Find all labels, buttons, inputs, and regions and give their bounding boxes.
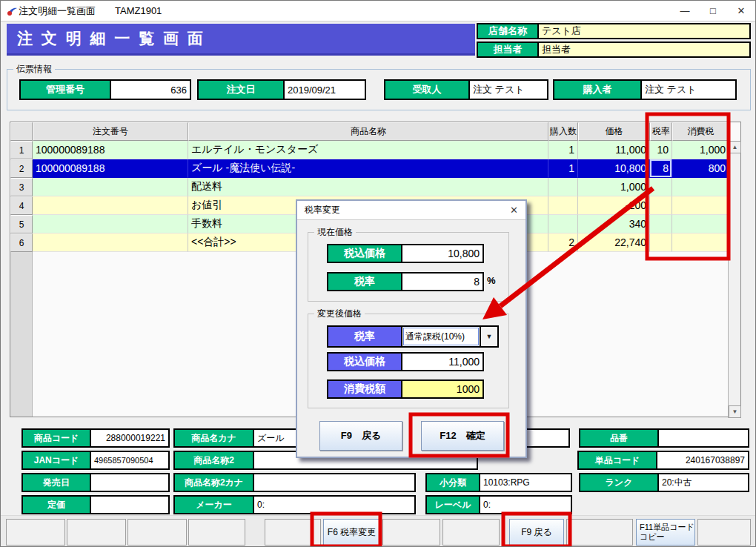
fkey-button-7[interactable] xyxy=(382,519,440,546)
staff-label: 担当者 xyxy=(478,43,539,56)
cell-rate[interactable] xyxy=(650,196,672,215)
table-row-selected[interactable]: 2 100000089188 ズール -魔法使い伝説- 1 10,800 8 8… xyxy=(10,159,729,178)
minimize-button[interactable]: — xyxy=(671,1,699,21)
maker-value[interactable]: 0: xyxy=(254,497,414,513)
cell-order-no[interactable] xyxy=(33,233,188,252)
cell-order-no[interactable] xyxy=(33,215,188,233)
current-price-value[interactable]: 10,800 xyxy=(402,245,483,262)
row-number[interactable]: 4 xyxy=(10,196,33,215)
column-header-name[interactable]: 商品名称 xyxy=(188,122,548,141)
order-date-field: 注文日 2019/09/21 xyxy=(197,79,366,100)
column-header-price[interactable]: 価格 xyxy=(578,122,650,141)
cell-price[interactable]: -200 xyxy=(578,196,650,215)
f11-label-line1: F11単品コード xyxy=(640,523,694,532)
cell-order-no[interactable]: 100000089188 xyxy=(33,159,188,178)
fkey-button-4[interactable] xyxy=(188,519,245,546)
product-code-value[interactable]: 288000019221 xyxy=(91,430,168,446)
cell-rate[interactable]: 10 xyxy=(650,141,672,159)
fkey-button-3[interactable] xyxy=(127,519,187,546)
control-number-value[interactable]: 636 xyxy=(111,81,190,99)
row-number[interactable]: 5 xyxy=(10,215,33,233)
row-number[interactable]: 2 xyxy=(10,159,33,178)
cell-price[interactable]: 22,740 xyxy=(578,233,650,252)
cell-qty[interactable]: 1 xyxy=(548,159,578,178)
jan-code-value[interactable]: 4965857090504 xyxy=(91,452,168,468)
table-row[interactable]: 3 配送料 1,000 xyxy=(10,178,729,196)
fkey-button-8[interactable] xyxy=(442,519,500,546)
unit-code-value[interactable]: 240167038897 xyxy=(657,452,748,468)
receiver-label: 受取人 xyxy=(385,81,470,99)
table-scrollbar[interactable]: ▲ ▼ xyxy=(728,141,740,418)
scroll-up-button[interactable]: ▲ xyxy=(729,141,741,153)
cell-tax[interactable] xyxy=(672,233,729,252)
fkey-button-1[interactable] xyxy=(6,519,65,546)
row-number[interactable]: 1 xyxy=(10,141,33,159)
column-header-rate[interactable]: 税率 xyxy=(650,122,672,141)
cell-price[interactable]: 11,000 xyxy=(578,141,650,159)
column-header-qty[interactable]: 購入数 xyxy=(548,122,578,141)
fkey-button-5[interactable] xyxy=(265,519,321,546)
f6-tax-rate-change-button[interactable]: F6 税率変更 xyxy=(323,519,380,546)
order-date-value[interactable]: 2019/09/21 xyxy=(285,81,365,99)
tax-rate-change-dialog: 税率変更 ✕ 現在価格 税込価格 10,800 税率 8 % 変更後価格 税率 … xyxy=(296,199,527,458)
cell-qty[interactable]: 2 xyxy=(548,233,578,252)
receiver-value[interactable]: 注文 テスト xyxy=(470,81,547,99)
table-header-row: 注文番号 商品名称 購入数 価格 税率 消費税 xyxy=(10,122,729,141)
fkey-button-12[interactable] xyxy=(697,519,751,546)
cell-qty[interactable]: 1 xyxy=(548,141,578,159)
cell-qty[interactable] xyxy=(548,178,578,196)
cell-rate[interactable] xyxy=(650,178,672,196)
cell-name[interactable]: エルテイル・モンスターズ xyxy=(188,141,548,159)
part-no-value[interactable] xyxy=(659,430,748,446)
name2-kana-value[interactable] xyxy=(254,474,414,491)
cell-order-no[interactable]: 100000089188 xyxy=(33,141,188,159)
cell-rate[interactable] xyxy=(650,233,672,252)
cell-tax[interactable]: 800 xyxy=(672,159,729,178)
f12-confirm-button[interactable]: F12 確定 xyxy=(421,421,504,451)
after-tax-value[interactable]: 1000 xyxy=(402,381,483,397)
release-date-value[interactable] xyxy=(91,474,168,491)
cell-rate-focused[interactable]: 8 xyxy=(650,159,672,178)
cell-qty[interactable] xyxy=(548,196,578,215)
row-number[interactable]: 3 xyxy=(10,178,33,196)
cell-price[interactable]: 340 xyxy=(578,215,650,233)
cell-name[interactable]: 配送料 xyxy=(188,178,548,196)
cell-price[interactable]: 1,000 xyxy=(578,178,650,196)
maximize-button[interactable]: □ xyxy=(699,1,727,21)
cell-name[interactable]: ズール -魔法使い伝説- xyxy=(188,159,548,178)
sub-category-value[interactable]: 10103:RPG xyxy=(480,474,571,491)
dialog-close-icon[interactable]: ✕ xyxy=(510,205,518,216)
cell-price[interactable]: 10,800 xyxy=(578,159,650,178)
cell-tax[interactable] xyxy=(672,178,729,196)
table-row[interactable]: 1 100000089188 エルテイル・モンスターズ 1 11,000 10 … xyxy=(10,141,729,159)
rank-value[interactable]: 20:中古 xyxy=(659,474,748,491)
fkey-button-2[interactable] xyxy=(67,519,126,546)
combo-dropdown-button[interactable]: ▼ xyxy=(480,327,497,346)
label-field-value[interactable]: 0: xyxy=(480,497,571,513)
cell-tax[interactable] xyxy=(672,196,729,215)
row-number[interactable]: 6 xyxy=(10,233,33,252)
after-price-value[interactable]: 11,000 xyxy=(402,354,483,370)
close-button[interactable]: ✕ xyxy=(727,1,755,21)
buyer-value[interactable]: 注文 テスト xyxy=(642,81,735,99)
cell-order-no[interactable] xyxy=(33,196,188,215)
store-name-field: 店舗名称 テスト店 xyxy=(477,23,751,39)
fkey-button-10[interactable] xyxy=(566,519,633,546)
cell-rate[interactable] xyxy=(650,215,672,233)
column-header-order-no[interactable]: 注文番号 xyxy=(33,122,188,141)
after-price-title: 変更後価格 xyxy=(314,308,365,320)
list-price-value[interactable] xyxy=(91,497,168,513)
current-rate-value[interactable]: 8 xyxy=(402,274,483,290)
staff-value[interactable]: 担当者 xyxy=(539,43,749,56)
column-header-tax[interactable]: 消費税 xyxy=(672,122,729,141)
f9-back-function-button[interactable]: F9 戻る xyxy=(509,519,564,546)
tax-rate-select[interactable]: 通常課税(10%) xyxy=(403,328,479,345)
cell-tax[interactable] xyxy=(672,215,729,233)
scroll-down-button[interactable]: ▼ xyxy=(729,405,741,418)
store-name-value[interactable]: テスト店 xyxy=(539,24,749,38)
cell-order-no[interactable] xyxy=(33,178,188,196)
f11-unit-code-copy-button[interactable]: F11単品コード コピー xyxy=(636,519,695,546)
cell-qty[interactable] xyxy=(548,215,578,233)
f9-back-button[interactable]: F9 戻る xyxy=(319,421,402,451)
cell-tax[interactable]: 1,000 xyxy=(672,141,729,159)
